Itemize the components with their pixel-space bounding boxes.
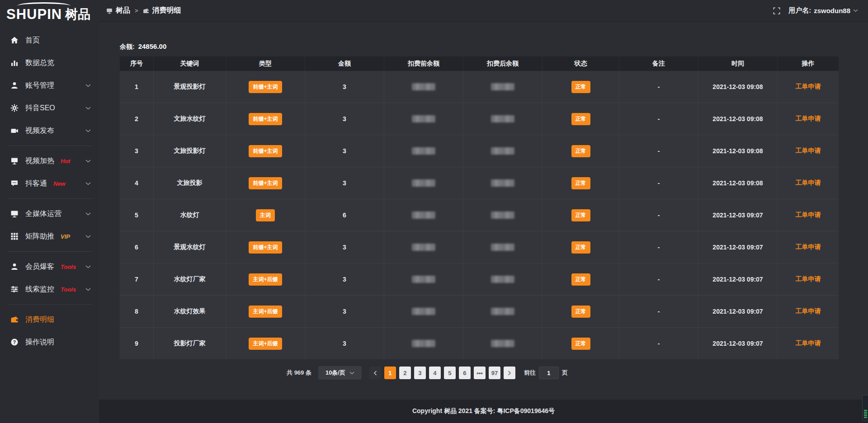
col-header-time: 时间 (698, 56, 778, 71)
cell-amount: 3 (305, 103, 384, 135)
consume-table: 序号 关键词 类型 金额 扣费前余额 扣费后余额 状态 备注 时间 操作 1 景… (120, 56, 839, 359)
col-header-balance-after: 扣费后余额 (463, 56, 542, 71)
question-circle-icon: ? (10, 338, 19, 346)
sidebar-item-douyin-seo[interactable]: 抖音SEO (0, 97, 99, 119)
page-button-97[interactable]: 97 (489, 367, 500, 379)
wallet-icon (143, 8, 149, 14)
sidebar-item-label: 抖音SEO (25, 103, 55, 113)
work-order-link[interactable]: 工单申请 (796, 243, 821, 251)
table-row: 6 景观水纹灯 前缀+主词 3 正常 - 2021-12-03 09:07 工单… (120, 231, 839, 263)
goto-page-input[interactable] (539, 367, 559, 379)
cell-type: 前缀+主词 (226, 135, 305, 167)
cell-index: 1 (120, 71, 154, 103)
chevron-down-icon (85, 212, 91, 216)
redacted-value (412, 83, 435, 90)
brand-logo: SHUPIN 树品 (0, 0, 99, 29)
work-order-link[interactable]: 工单申请 (796, 83, 821, 91)
table-row: 2 文旅水纹灯 前缀+主词 3 正常 - 2021-12-03 09:08 工单… (120, 103, 839, 135)
cell-balance-before (384, 199, 463, 231)
wallet-icon (10, 315, 19, 324)
table-row: 3 文旅投影灯 前缀+主词 3 正常 - 2021-12-03 09:08 工单… (120, 135, 839, 167)
sidebar-item-label: 首页 (25, 36, 40, 45)
cell-type: 主词+后缀 (226, 328, 305, 359)
status-badge: 正常 (571, 209, 590, 221)
sidebar-item-instructions[interactable]: ? 操作说明 (0, 331, 99, 353)
cell-balance-before (384, 167, 463, 199)
screen-icon (106, 8, 113, 14)
page-size-select[interactable]: 10条/页 (318, 366, 362, 380)
chevron-down-icon (85, 235, 91, 238)
sidebar-item-all-media[interactable]: 全媒体运营 (0, 202, 99, 225)
sidebar-item-consume-detail[interactable]: 消费明细 (0, 308, 99, 331)
fullscreen-icon[interactable] (773, 7, 780, 14)
sidebar-item-matrix-boost[interactable]: 矩阵助推 VIP (0, 225, 99, 248)
cell-type: 主词+后缀 (226, 263, 305, 295)
cell-action: 工单申请 (778, 167, 839, 199)
sidebar-item-label: 全媒体运营 (25, 209, 61, 219)
cell-keyword: 水纹灯效果 (154, 296, 226, 327)
work-order-link[interactable]: 工单申请 (796, 211, 821, 219)
monitor-icon (10, 210, 19, 218)
balance-summary: 余额: 24856.00 (120, 42, 839, 51)
cell-amount: 6 (305, 199, 384, 231)
work-order-link[interactable]: 工单申请 (796, 275, 821, 283)
breadcrumb-home[interactable]: 树品 (106, 6, 130, 15)
col-header-action: 操作 (778, 56, 839, 71)
cell-index: 6 (120, 231, 154, 263)
sidebar-divider (7, 146, 92, 146)
user-dropdown[interactable]: 用户名: zswodun88 (788, 6, 858, 15)
sidebar-divider (7, 304, 92, 305)
sidebar-item-member-burst[interactable]: 会员爆客 Tools (0, 255, 99, 278)
corner-widget[interactable] (862, 395, 868, 421)
balance-value: 24856.00 (138, 42, 167, 50)
cell-type: 前缀+主词 (226, 231, 305, 263)
work-order-link[interactable]: 工单申请 (796, 307, 821, 315)
work-order-link[interactable]: 工单申请 (796, 147, 821, 155)
breadcrumb-label: 消费明细 (152, 6, 181, 15)
next-page-button[interactable] (504, 367, 515, 379)
sidebar-item-home[interactable]: 首页 (0, 29, 99, 52)
cell-amount: 3 (305, 135, 384, 167)
sidebar-item-data-overview[interactable]: 数据总览 (0, 52, 99, 74)
page-button-5[interactable]: 5 (444, 367, 456, 379)
cell-time: 2021-12-03 09:07 (698, 263, 778, 295)
svg-text:?: ? (13, 339, 16, 345)
page-button-2[interactable]: 2 (399, 367, 411, 379)
page-ellipsis-button[interactable]: ••• (474, 367, 486, 379)
cell-remark: - (619, 167, 698, 199)
type-badge: 前缀+主词 (249, 145, 282, 157)
cell-amount: 3 (305, 263, 384, 295)
sidebar-item-account[interactable]: 账号管理 (0, 74, 99, 97)
page-button-4[interactable]: 4 (429, 367, 441, 379)
work-order-link[interactable]: 工单申请 (796, 115, 821, 123)
cell-time: 2021-12-03 09:08 (698, 167, 778, 199)
redacted-value (412, 276, 435, 283)
work-order-link[interactable]: 工单申请 (796, 339, 821, 348)
cell-keyword: 投影灯厂家 (154, 328, 226, 359)
page-button-3[interactable]: 3 (414, 367, 426, 379)
page-button-1[interactable]: 1 (384, 367, 396, 379)
sidebar-item-label: 矩阵助推 (25, 232, 54, 241)
chevron-down-icon (85, 182, 91, 185)
user-icon (10, 263, 19, 271)
sidebar-item-clue-monitor[interactable]: 线索监控 Tools (0, 278, 99, 301)
cell-type: 主词 (226, 199, 305, 231)
type-badge: 前缀+主词 (249, 177, 282, 189)
col-header-remark: 备注 (619, 56, 698, 71)
cell-balance-after (463, 296, 542, 327)
prev-page-button[interactable] (369, 367, 381, 379)
page-button-6[interactable]: 6 (459, 367, 471, 379)
sidebar-item-doukoutong[interactable]: 抖客通 New (0, 172, 99, 195)
cell-amount: 3 (305, 167, 384, 199)
cell-remark: - (619, 328, 698, 359)
cell-keyword: 水纹灯 (154, 199, 226, 231)
sidebar-item-video-heat[interactable]: 视频加热 Hot (0, 150, 99, 172)
tools-tag: Tools (61, 263, 76, 270)
cell-balance-after (463, 167, 542, 199)
work-order-link[interactable]: 工单申请 (796, 179, 821, 187)
sidebar-divider (7, 198, 92, 199)
new-tag: New (53, 180, 66, 187)
cell-balance-before (384, 71, 463, 103)
sidebar-item-video-publish[interactable]: 视频发布 (0, 119, 99, 142)
breadcrumb-current[interactable]: 消费明细 (143, 6, 181, 15)
